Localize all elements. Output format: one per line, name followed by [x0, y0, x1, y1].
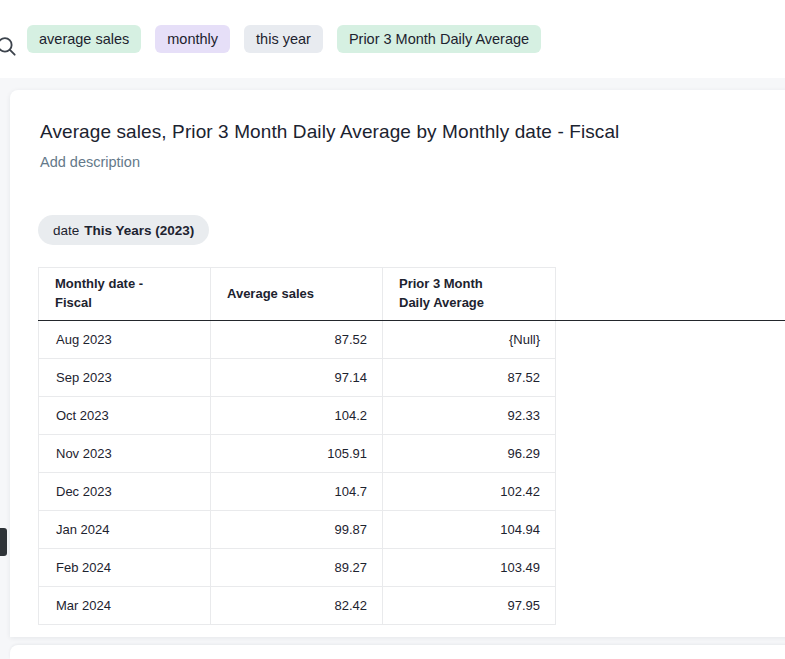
- answer-title[interactable]: Average sales, Prior 3 Month Daily Avera…: [40, 121, 619, 143]
- table-row: Sep 202397.1487.52: [39, 359, 785, 397]
- app-viewport: average sales monthly this year Prior 3 …: [0, 0, 785, 659]
- cell-average-sales[interactable]: 97.14: [211, 359, 383, 397]
- cell-average-sales[interactable]: 89.27: [211, 549, 383, 587]
- cell-empty: [556, 587, 785, 625]
- table-header-row: Monthly date - Fiscal Average sales Prio…: [39, 268, 785, 321]
- cell-average-sales[interactable]: 104.2: [211, 397, 383, 435]
- date-filter-chip[interactable]: date This Years (2023): [38, 215, 209, 245]
- column-header-label: Average sales: [227, 285, 314, 304]
- cell-empty: [556, 321, 785, 359]
- cell-month[interactable]: Jan 2024: [39, 511, 211, 549]
- table-row: Nov 2023105.9196.29: [39, 435, 785, 473]
- cell-month[interactable]: Feb 2024: [39, 549, 211, 587]
- cell-month[interactable]: Aug 2023: [39, 321, 211, 359]
- cell-prior-3-month-avg[interactable]: 104.94: [383, 511, 556, 549]
- column-header-label: Prior 3 Month Daily Average: [399, 275, 503, 313]
- cell-average-sales[interactable]: 104.7: [211, 473, 383, 511]
- table-body: Aug 202387.52{Null}Sep 202397.1487.52Oct…: [39, 321, 785, 625]
- cell-prior-3-month-avg[interactable]: 97.95: [383, 587, 556, 625]
- table-row: Feb 202489.27103.49: [39, 549, 785, 587]
- column-header-average-sales[interactable]: Average sales: [211, 268, 383, 321]
- cell-month[interactable]: Sep 2023: [39, 359, 211, 397]
- left-edge-element: [0, 528, 7, 556]
- cell-empty: [556, 549, 785, 587]
- table-row: Oct 2023104.292.33: [39, 397, 785, 435]
- cell-month[interactable]: Nov 2023: [39, 435, 211, 473]
- column-header-prior-3-month[interactable]: Prior 3 Month Daily Average: [383, 268, 556, 321]
- table-row: Dec 2023104.7102.42: [39, 473, 785, 511]
- search-token[interactable]: average sales: [27, 25, 141, 53]
- cell-month[interactable]: Mar 2024: [39, 587, 211, 625]
- search-token[interactable]: this year: [244, 25, 323, 53]
- column-header-empty: [556, 268, 785, 321]
- cell-empty: [556, 397, 785, 435]
- cell-empty: [556, 435, 785, 473]
- cell-prior-3-month-avg[interactable]: {Null}: [383, 321, 556, 359]
- table-row: Mar 202482.4297.95: [39, 587, 785, 625]
- cell-average-sales[interactable]: 87.52: [211, 321, 383, 359]
- search-token[interactable]: monthly: [155, 25, 230, 53]
- filter-prefix: date: [53, 223, 79, 238]
- cell-average-sales[interactable]: 99.87: [211, 511, 383, 549]
- cell-prior-3-month-avg[interactable]: 92.33: [383, 397, 556, 435]
- column-header-monthly-date[interactable]: Monthly date - Fiscal: [39, 268, 211, 321]
- cell-prior-3-month-avg[interactable]: 102.42: [383, 473, 556, 511]
- cell-average-sales[interactable]: 82.42: [211, 587, 383, 625]
- cell-month[interactable]: Oct 2023: [39, 397, 211, 435]
- cell-average-sales[interactable]: 105.91: [211, 435, 383, 473]
- answer-card: Average sales, Prior 3 Month Daily Avera…: [10, 90, 785, 637]
- search-icon: [0, 33, 19, 59]
- cell-empty: [556, 473, 785, 511]
- column-header-label: Monthly date - Fiscal: [55, 275, 167, 313]
- cell-month[interactable]: Dec 2023: [39, 473, 211, 511]
- cell-empty: [556, 511, 785, 549]
- filter-value: This Years (2023): [84, 223, 194, 238]
- cell-prior-3-month-avg[interactable]: 87.52: [383, 359, 556, 397]
- table-row: Aug 202387.52{Null}: [39, 321, 785, 359]
- search-token[interactable]: Prior 3 Month Daily Average: [337, 25, 541, 53]
- results-table: Monthly date - Fiscal Average sales Prio…: [38, 267, 785, 625]
- cell-prior-3-month-avg[interactable]: 96.29: [383, 435, 556, 473]
- add-description-placeholder[interactable]: Add description: [40, 154, 140, 170]
- cell-prior-3-month-avg[interactable]: 103.49: [383, 549, 556, 587]
- cell-empty: [556, 359, 785, 397]
- bottom-card-edge: [10, 645, 785, 659]
- table-row: Jan 202499.87104.94: [39, 511, 785, 549]
- search-bar[interactable]: average sales monthly this year Prior 3 …: [0, 0, 785, 78]
